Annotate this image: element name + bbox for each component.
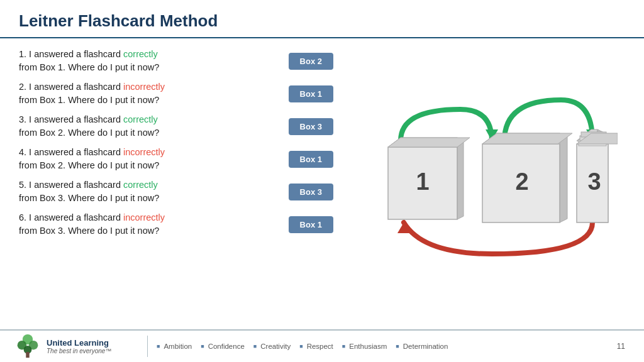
question-item: 4.I answered a flashcard incorrectlyfrom…	[19, 146, 333, 172]
answer-word: incorrectly	[123, 82, 165, 92]
footer-value-item: Creativity	[253, 343, 291, 350]
svg-marker-6	[388, 138, 470, 147]
page-footer: United Learning The best in everyone™ Am…	[0, 329, 644, 362]
footer-logo-text: United Learning The best in everyone™	[47, 338, 111, 355]
answer-word: incorrectly	[123, 147, 165, 157]
question-text: 6.I answered a flashcard incorrectlyfrom…	[19, 211, 280, 238]
footer-company-name: United Learning	[47, 338, 111, 348]
svg-text:1: 1	[416, 168, 429, 195]
questions-list: 1.I answered a flashcard correctlyfrom B…	[19, 48, 346, 315]
q-number: 3.	[19, 114, 26, 124]
box-answer-btn[interactable]: Box 3	[289, 184, 333, 200]
footer-value-item: Ambition	[157, 343, 192, 350]
svg-rect-25	[26, 352, 29, 358]
question-item: 6.I answered a flashcard incorrectlyfrom…	[19, 211, 333, 238]
question-item: 1.I answered a flashcard correctlyfrom B…	[19, 48, 333, 74]
box-answer-btn[interactable]: Box 1	[289, 85, 333, 102]
box-answer-btn[interactable]: Box 1	[289, 151, 333, 168]
question-item: 3.I answered a flashcard correctlyfrom B…	[19, 113, 333, 140]
svg-marker-4	[457, 138, 464, 219]
answer-word: correctly	[123, 180, 158, 190]
question-text: 3.I answered a flashcard correctlyfrom B…	[19, 113, 280, 140]
answer-word: correctly	[123, 49, 158, 59]
footer-value-item: Determination	[396, 343, 448, 350]
q-number: 4.	[19, 147, 26, 157]
page-title: Leitner Flashcard Method	[19, 11, 625, 31]
q-number: 2.	[19, 82, 26, 92]
question-item: 5.I answered a flashcard correctlyfrom B…	[19, 178, 333, 205]
q-number: 1.	[19, 49, 26, 59]
page-header: Leitner Flashcard Method	[0, 0, 644, 38]
question-item: 2.I answered a flashcard incorrectlyfrom…	[19, 80, 333, 107]
q-number: 5.	[19, 180, 26, 190]
footer-value-item: Confidence	[201, 343, 245, 350]
answer-word: incorrectly	[123, 212, 165, 222]
question-text: 4.I answered a flashcard incorrectlyfrom…	[19, 146, 280, 172]
question-text: 5.I answered a flashcard correctlyfrom B…	[19, 178, 280, 205]
page-number: 11	[617, 342, 631, 351]
svg-text:2: 2	[515, 168, 528, 195]
box-answer-btn[interactable]: Box 1	[289, 216, 333, 233]
question-text: 2.I answered a flashcard incorrectlyfrom…	[19, 80, 280, 107]
footer-value-item: Enthusiasm	[342, 343, 387, 350]
leitner-diagram: 1 2 3	[346, 48, 625, 315]
box-answer-btn[interactable]: Box 3	[289, 118, 333, 135]
svg-text:3: 3	[587, 168, 601, 195]
footer-divider	[147, 336, 148, 357]
footer-logo: United Learning The best in everyone™	[13, 334, 138, 359]
question-text: 1.I answered a flashcard correctlyfrom B…	[19, 48, 280, 74]
q-number: 6.	[19, 212, 26, 222]
main-content: 1.I answered a flashcard correctlyfrom B…	[0, 38, 644, 321]
box-answer-btn[interactable]: Box 2	[289, 53, 333, 70]
answer-word: correctly	[123, 114, 158, 124]
footer-value-item: Respect	[299, 343, 333, 350]
united-learning-logo-icon	[13, 334, 43, 359]
svg-marker-9	[560, 133, 567, 222]
svg-marker-11	[482, 133, 572, 144]
footer-tagline: The best in everyone™	[47, 348, 111, 354]
footer-values: AmbitionConfidenceCreativityRespectEnthu…	[157, 343, 617, 350]
